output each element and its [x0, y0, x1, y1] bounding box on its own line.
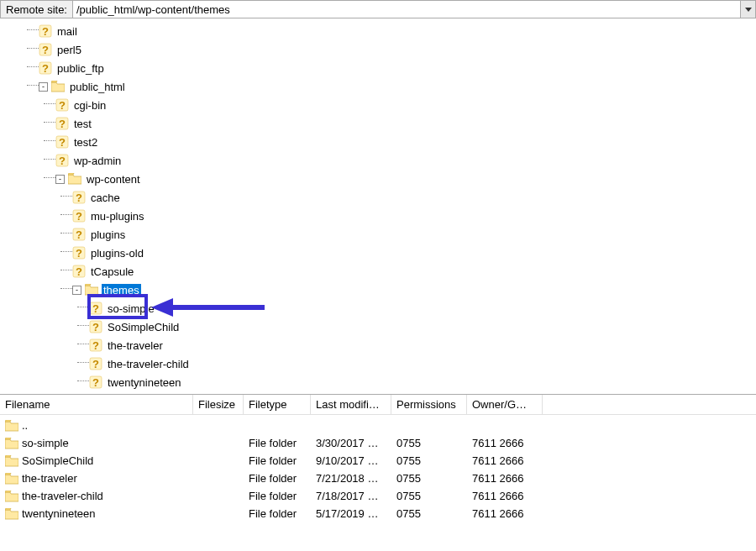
svg-text:?: ? — [92, 376, 99, 389]
folder-icon — [5, 491, 18, 502]
svg-text:?: ? — [42, 44, 49, 56]
folder-icon — [5, 420, 18, 432]
collapse-icon[interactable]: - — [72, 286, 81, 295]
tree-item[interactable]: -wp-content — [0, 170, 756, 188]
list-item[interactable]: SoSimpleChildFile folder9/10/2017 …07557… — [0, 452, 756, 470]
cell-modified: 3/30/2017 … — [311, 437, 391, 449]
unknown-folder-icon: ? — [72, 265, 86, 278]
collapse-icon[interactable]: - — [55, 175, 65, 184]
unknown-folder-icon: ? — [55, 98, 69, 112]
cell-owner: 7611 2666 — [467, 490, 543, 502]
tree-item-label: perl5 — [55, 44, 83, 56]
remote-tree-panel: ?mail?perl5?public_ftp-public_html?cgi-b… — [0, 18, 756, 394]
unknown-folder-icon: ? — [89, 357, 102, 370]
filename-label: SoSimpleChild — [22, 454, 93, 467]
header-filesize[interactable]: Filesize — [193, 395, 244, 414]
tree-item[interactable]: ?test — [0, 114, 756, 133]
cell-permissions: 0755 — [391, 490, 467, 502]
svg-text:?: ? — [92, 321, 99, 333]
header-filename[interactable]: Filename — [0, 395, 193, 414]
svg-text:?: ? — [42, 25, 49, 38]
unknown-folder-icon: ? — [89, 320, 102, 333]
cell-permissions: 0755 — [391, 472, 467, 485]
collapse-icon[interactable]: - — [39, 82, 48, 92]
header-permissions[interactable]: Permissions — [391, 395, 467, 414]
cell-owner: 7611 2666 — [467, 454, 543, 467]
cell-modified: 7/21/2018 … — [311, 472, 391, 485]
tree-item[interactable]: ?so-simple — [0, 299, 756, 317]
list-item[interactable]: twentynineteenFile folder5/17/2019 …0755… — [0, 505, 756, 522]
tree-item[interactable]: ?mu-plugins — [0, 207, 756, 225]
unknown-folder-icon: ? — [72, 209, 86, 223]
folder-icon — [85, 284, 98, 296]
cell-modified: 5/17/2019 … — [311, 507, 391, 520]
folder-icon — [5, 455, 18, 467]
svg-text:?: ? — [59, 99, 66, 112]
file-list-header: Filename Filesize Filetype Last modifi… … — [0, 395, 756, 415]
list-item[interactable]: .. — [0, 417, 756, 434]
tree-item-label: twentynineteen — [106, 376, 182, 389]
chevron-down-icon — [745, 8, 752, 12]
tree-item[interactable]: ?plugins-old — [0, 244, 756, 262]
tree-item-label: cgi-bin — [72, 99, 108, 112]
header-owner[interactable]: Owner/G… — [467, 395, 543, 414]
unknown-folder-icon: ? — [39, 43, 52, 56]
tree-item[interactable]: ?wp-admin — [0, 151, 756, 170]
svg-text:?: ? — [76, 247, 82, 260]
tree-item[interactable]: ?twentynineteen — [0, 373, 756, 391]
filename-label: twentynineteen — [22, 507, 95, 520]
tree-item[interactable]: ?mail — [0, 22, 756, 40]
tree-item[interactable]: ?the-traveler-child — [0, 354, 756, 373]
filename-label: .. — [22, 419, 28, 432]
list-item[interactable]: the-travelerFile folder7/21/2018 …075576… — [0, 470, 756, 487]
tree-item-label: SoSimpleChild — [106, 321, 181, 333]
cell-owner: 7611 2666 — [467, 472, 543, 485]
header-filetype[interactable]: Filetype — [244, 395, 311, 414]
tree-item[interactable]: ?plugins — [0, 225, 756, 244]
tree-item-label: tCapsule — [89, 265, 135, 278]
cell-permissions: 0755 — [391, 454, 467, 467]
svg-text:?: ? — [59, 118, 66, 130]
tree-item-label: mu-plugins — [89, 210, 146, 223]
filename-label: so-simple — [22, 437, 69, 449]
filename-label: the-traveler — [22, 472, 77, 485]
tree-item[interactable]: ?cache — [0, 188, 756, 207]
tree-item[interactable]: ?cgi-bin — [0, 96, 756, 114]
cell-filetype: File folder — [244, 454, 311, 467]
cell-filetype: File folder — [244, 507, 311, 520]
svg-text:?: ? — [92, 302, 99, 315]
tree-item-label: test — [72, 118, 93, 130]
filename-label: the-traveler-child — [22, 490, 103, 502]
tree-item[interactable]: ?tCapsule — [0, 262, 756, 281]
tree-item[interactable]: ?SoSimpleChild — [0, 317, 756, 336]
tree-item[interactable]: ?public_ftp — [0, 59, 756, 77]
tree-item[interactable]: ?perl5 — [0, 40, 756, 59]
tree-item[interactable]: -public_html — [0, 77, 756, 96]
svg-text:?: ? — [42, 62, 49, 75]
folder-icon — [51, 81, 65, 92]
cell-permissions: 0755 — [391, 437, 467, 449]
tree-item-label: test2 — [72, 136, 99, 149]
folder-icon — [5, 508, 18, 520]
svg-text:?: ? — [59, 136, 66, 149]
list-item[interactable]: so-simpleFile folder3/30/2017 …07557611 … — [0, 434, 756, 452]
tree-item[interactable]: ?the-traveler — [0, 336, 756, 354]
tree-item[interactable]: -themes — [0, 281, 756, 299]
remote-path-input[interactable] — [73, 1, 740, 18]
tree-item-label: so-simple — [106, 302, 156, 315]
unknown-folder-icon: ? — [89, 375, 102, 389]
unknown-folder-icon: ? — [55, 154, 69, 167]
cell-filetype: File folder — [244, 472, 311, 485]
svg-text:?: ? — [76, 228, 82, 241]
cell-modified: 7/18/2017 … — [311, 490, 391, 502]
tree-item-label: themes — [102, 284, 141, 296]
header-modified[interactable]: Last modifi… — [311, 395, 391, 414]
tree-item-label: public_ftp — [55, 62, 106, 75]
path-dropdown-button[interactable] — [740, 1, 755, 18]
list-item[interactable]: the-traveler-childFile folder7/18/2017 …… — [0, 487, 756, 505]
svg-text:?: ? — [92, 358, 99, 370]
unknown-folder-icon: ? — [89, 302, 102, 315]
tree-item[interactable]: ?test2 — [0, 133, 756, 151]
cell-permissions: 0755 — [391, 507, 467, 520]
cell-owner: 7611 2666 — [467, 437, 543, 449]
